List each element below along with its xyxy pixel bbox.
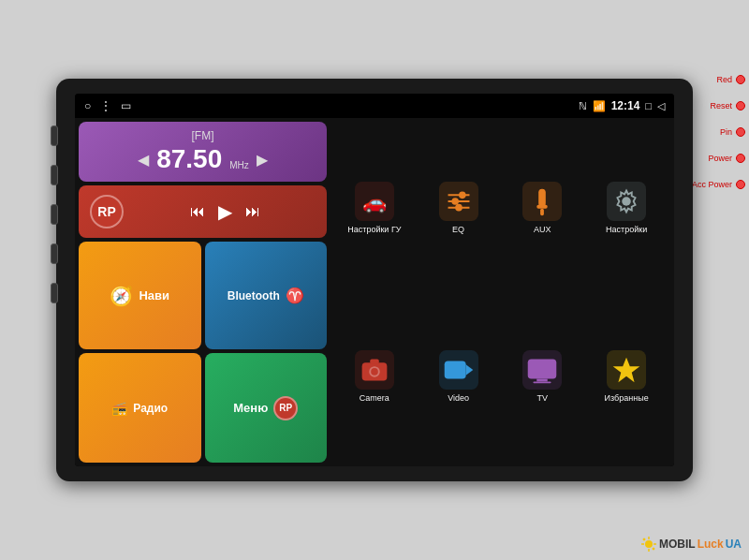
- time-display: 12:14: [611, 99, 640, 112]
- menu-button[interactable]: Меню RP: [205, 353, 328, 463]
- player-controls: ⏮ ▶ ⏭: [135, 200, 316, 223]
- compass-icon: 🧭: [110, 285, 133, 307]
- aux-icon: [522, 182, 562, 221]
- svg-point-14: [622, 197, 631, 206]
- eq-label: EQ: [452, 225, 464, 235]
- star-icon: [607, 350, 646, 390]
- app-icon-tv[interactable]: TV: [503, 294, 583, 459]
- app-icon-video[interactable]: Video: [419, 294, 499, 459]
- watermark: MOBIL Luck UA: [640, 536, 742, 553]
- player-play-button[interactable]: ▶: [218, 200, 232, 223]
- svg-rect-24: [528, 359, 557, 378]
- svg-rect-11: [537, 204, 548, 208]
- fm-next-button[interactable]: ▶: [257, 151, 268, 169]
- fm-radio-widget[interactable]: [FM] ◀ 87.50 MHz ▶: [79, 122, 327, 182]
- svg-point-8: [455, 203, 463, 211]
- svg-rect-19: [370, 359, 379, 363]
- label-power[interactable]: Power: [708, 154, 745, 163]
- back-nav-icon[interactable]: ◁: [657, 100, 665, 112]
- main-content: [FM] ◀ 87.50 MHz ▶ RP: [75, 118, 674, 466]
- rp-logo: RP: [90, 195, 124, 228]
- settings-label: Настройки: [606, 225, 647, 235]
- watermark-luck-text: Luck: [698, 538, 724, 551]
- home-button[interactable]: [51, 165, 58, 185]
- svg-point-18: [371, 368, 378, 376]
- app-icon-camera[interactable]: Camera: [334, 294, 415, 459]
- camera-label: Camera: [360, 393, 389, 404]
- rp-small-logo: RP: [273, 396, 298, 420]
- media-player-widget[interactable]: RP ⏮ ▶ ⏭: [79, 185, 327, 238]
- tv-icon: [522, 350, 562, 390]
- bluetooth-status-icon: ℕ: [579, 100, 587, 112]
- fm-prev-button[interactable]: ◀: [138, 151, 149, 169]
- svg-point-6: [451, 198, 459, 205]
- svg-rect-10: [539, 188, 547, 206]
- fm-unit: MHz: [229, 160, 249, 170]
- car-stereo-device: ○ ⋮ ▭ ℕ 📶 12:14 □ ◁ [FM]: [56, 79, 693, 481]
- radio-button[interactable]: 📻 Радио: [79, 353, 201, 463]
- player-next-button[interactable]: ⏭: [245, 203, 260, 220]
- bluetooth-button[interactable]: Bluetooth ♈: [205, 242, 328, 349]
- app-icons-panel: 🚗 Настройки ГУ: [330, 122, 670, 463]
- status-right-area: ℕ 📶 12:14 □ ◁: [579, 99, 665, 112]
- svg-rect-26: [534, 381, 551, 383]
- back-button[interactable]: [51, 204, 58, 225]
- android-menu-icon[interactable]: ⋮: [100, 99, 111, 112]
- watermark-sun-icon: [640, 536, 657, 553]
- android-home-icon[interactable]: ○: [84, 99, 91, 112]
- status-bar: ○ ⋮ ▭ ℕ 📶 12:14 □ ◁: [75, 94, 674, 118]
- fm-frequency-value: 87.50: [156, 144, 222, 174]
- svg-rect-21: [444, 361, 465, 378]
- side-labels-right: Red Reset Pin Power Acc Power: [692, 75, 745, 189]
- label-pin[interactable]: Pin: [720, 127, 745, 137]
- app-icon-settings-car[interactable]: 🚗 Настройки ГУ: [334, 125, 415, 290]
- left-physical-buttons: [51, 125, 58, 303]
- favorites-label: Избранные: [605, 393, 649, 404]
- fm-label: [FM]: [192, 129, 214, 142]
- label-red: Red: [716, 75, 745, 84]
- video-label: Video: [448, 393, 469, 404]
- menu-label: Меню: [233, 401, 268, 415]
- camera-icon: [355, 350, 394, 390]
- settings-car-label: Настройки ГУ: [347, 225, 401, 235]
- app-grid-left: 🧭 Нави Bluetooth ♈ 📻 Радио Меню: [79, 242, 327, 463]
- page-wrapper: Red Reset Pin Power Acc Power: [0, 0, 749, 560]
- app-icon-aux[interactable]: AUX: [503, 125, 583, 290]
- radio-label: Радио: [133, 402, 168, 415]
- app-icon-eq[interactable]: EQ: [419, 125, 499, 290]
- app-icon-favorites[interactable]: Избранные: [586, 294, 667, 459]
- app-icon-settings[interactable]: Настройки: [586, 125, 667, 290]
- aux-label: AUX: [534, 225, 551, 235]
- settings-gear-icon: [607, 182, 646, 221]
- label-acc-power[interactable]: Acc Power: [692, 180, 745, 189]
- watermark-mobil-text: MOBIL: [659, 538, 696, 551]
- wifi-icon: 📶: [593, 100, 606, 112]
- radio-icon: 📻: [111, 401, 127, 416]
- vol-down-button[interactable]: [51, 283, 58, 303]
- power-button[interactable]: [51, 125, 58, 146]
- navi-label: Нави: [139, 288, 169, 302]
- eq-icon: [439, 182, 478, 221]
- label-reset[interactable]: Reset: [710, 101, 745, 111]
- svg-point-7: [459, 191, 466, 199]
- device-screen: ○ ⋮ ▭ ℕ 📶 12:14 □ ◁ [FM]: [75, 94, 674, 466]
- fm-frequency-display: ◀ 87.50 MHz ▶: [138, 144, 268, 174]
- android-recent-icon[interactable]: ▭: [121, 99, 131, 112]
- status-left-icons: ○ ⋮ ▭: [84, 99, 131, 112]
- navi-button[interactable]: 🧭 Нави: [79, 242, 201, 349]
- svg-point-29: [645, 540, 653, 548]
- bluetooth-icon: ♈: [286, 287, 304, 304]
- left-panel: [FM] ◀ 87.50 MHz ▶ RP: [79, 122, 327, 463]
- video-icon: [439, 350, 478, 390]
- tv-label: TV: [537, 393, 549, 404]
- vol-up-button[interactable]: [51, 243, 58, 264]
- battery-icon: □: [645, 100, 652, 111]
- bluetooth-label: Bluetooth: [228, 289, 280, 302]
- settings-car-icon: 🚗: [355, 182, 394, 221]
- player-prev-button[interactable]: ⏮: [190, 203, 205, 220]
- svg-rect-25: [537, 378, 548, 381]
- watermark-ua-text: UA: [726, 538, 742, 551]
- svg-text:🚗: 🚗: [362, 189, 388, 214]
- svg-rect-12: [540, 208, 544, 215]
